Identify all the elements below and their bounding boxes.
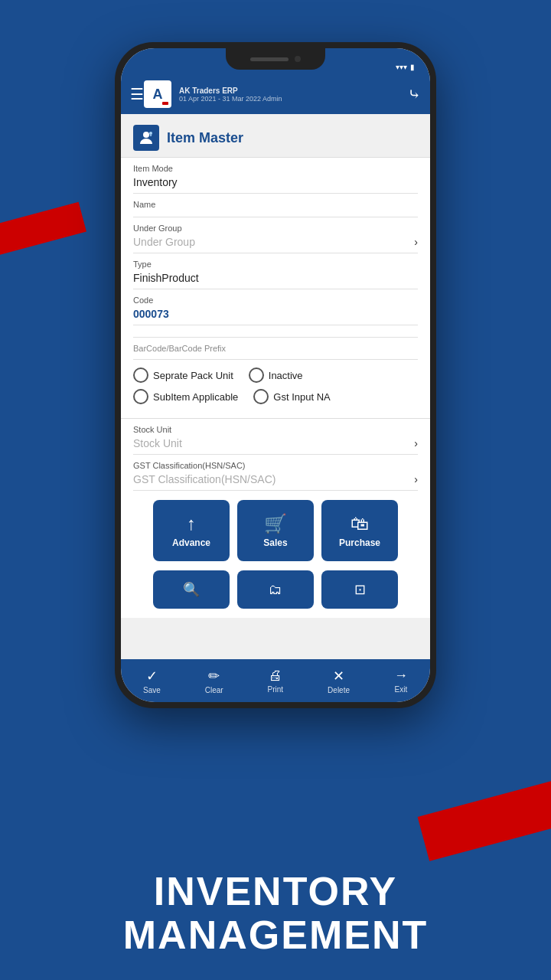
radio-section: Seprate Pack Unit Inactive SubItem Appli… xyxy=(121,360,430,419)
type-field[interactable]: Type FinishProduct xyxy=(133,253,418,289)
advance-button[interactable]: ↑ Advance xyxy=(153,500,230,561)
header-exit-icon[interactable]: ⤷ xyxy=(408,85,421,103)
phone-notch xyxy=(226,48,325,70)
view-action-icon: ⊡ xyxy=(354,581,366,598)
gst-classification-label: GST Classification(HSN/SAC) xyxy=(133,461,418,470)
under-group-dropdown[interactable]: Under Group › xyxy=(133,234,418,250)
sales-icon: 🛒 xyxy=(264,513,287,534)
gst-classification-dropdown[interactable]: GST Classification(HSN/SAC) › xyxy=(133,472,418,487)
delete-button[interactable]: ✕ Delete xyxy=(328,668,350,694)
inactive-radio[interactable]: Inactive xyxy=(249,368,303,383)
page-header: Item Master xyxy=(121,114,430,158)
under-group-label: Under Group xyxy=(133,224,418,233)
form-content: Item Mode Inventory Name Under Group Und… xyxy=(121,158,430,360)
bottom-title-line1: INVENTORY xyxy=(0,870,551,913)
gst-classification-field[interactable]: GST Classification(HSN/SAC) GST Classifi… xyxy=(133,455,418,491)
type-value[interactable]: FinishProduct xyxy=(133,270,418,286)
gst-classification-value[interactable]: GST Classification(HSN/SAC) xyxy=(133,472,276,487)
separate-pack-unit-label: Seprate Pack Unit xyxy=(153,370,233,381)
purchase-icon: 🛍 xyxy=(350,513,369,534)
phone-shell: ▾▾▾ ▮ ☰ A AK Traders ERP 01 Apr 2021 - 3… xyxy=(115,42,436,708)
save-label: Save xyxy=(143,686,161,694)
page-icon xyxy=(133,125,159,151)
under-group-arrow-icon[interactable]: › xyxy=(414,236,418,248)
advance-label: Advance xyxy=(172,537,210,548)
search-action-button[interactable]: 🔍 xyxy=(153,570,230,609)
files-action-button[interactable]: 🗂 xyxy=(237,570,314,609)
bottom-hero-text: INVENTORY MANAGEMENT xyxy=(0,870,551,957)
advance-icon: ↑ xyxy=(187,513,196,534)
view-action-button[interactable]: ⊡ xyxy=(321,570,398,609)
notch-camera xyxy=(295,56,301,62)
name-label: Name xyxy=(133,200,418,209)
bg-stripe-right xyxy=(418,777,551,861)
company-name: AK Traders ERP xyxy=(179,87,408,95)
stock-unit-arrow-icon[interactable]: › xyxy=(414,437,418,449)
exit-button[interactable]: → Exit xyxy=(394,668,408,694)
under-group-field[interactable]: Under Group Under Group › xyxy=(133,217,418,253)
radio-row-2: SubItem Applicable Gst Input NA xyxy=(133,389,418,404)
gst-classification-arrow-icon[interactable]: › xyxy=(414,473,418,485)
item-mode-field: Item Mode Inventory xyxy=(133,158,418,194)
battery-icon: ▮ xyxy=(410,63,415,71)
status-icons: ▾▾▾ ▮ xyxy=(396,63,415,71)
print-icon: 🖨 xyxy=(269,668,282,684)
name-value[interactable] xyxy=(133,211,418,214)
empty-field xyxy=(133,325,418,338)
save-button[interactable]: ✓ Save xyxy=(143,668,161,694)
type-label: Type xyxy=(133,260,418,269)
phone-inner: ▾▾▾ ▮ ☰ A AK Traders ERP 01 Apr 2021 - 3… xyxy=(121,48,430,702)
page-title: Item Master xyxy=(167,130,243,146)
delete-label: Delete xyxy=(328,686,350,694)
wifi-icon: ▾▾▾ xyxy=(396,63,407,71)
menu-icon[interactable]: ☰ xyxy=(130,85,144,103)
svg-point-1 xyxy=(149,132,152,135)
action-buttons-row2: 🔍 🗂 ⊡ xyxy=(121,570,430,618)
bg-stripe-left xyxy=(0,202,86,257)
code-field[interactable]: Code 000073 xyxy=(133,289,418,325)
action-buttons-row1: ↑ Advance 🛒 Sales 🛍 Purchase xyxy=(121,491,430,570)
exit-label: Exit xyxy=(395,685,408,694)
content-area: Item Master Item Mode Inventory Name Und… xyxy=(121,114,430,659)
app-header: ☰ A AK Traders ERP 01 Apr 2021 - 31 Mar … xyxy=(121,74,430,114)
clear-button[interactable]: ✏ Clear xyxy=(205,668,223,694)
print-label: Print xyxy=(268,685,284,694)
purchase-button[interactable]: 🛍 Purchase xyxy=(321,500,398,561)
inactive-circle[interactable] xyxy=(249,368,264,383)
code-value[interactable]: 000073 xyxy=(133,306,418,322)
stock-unit-dropdown[interactable]: Stock Unit › xyxy=(133,436,418,451)
svg-point-0 xyxy=(143,132,149,138)
notch-speaker xyxy=(250,57,289,61)
stock-unit-label: Stock Unit xyxy=(133,425,418,434)
files-action-icon: 🗂 xyxy=(269,582,282,598)
clear-icon: ✏ xyxy=(208,668,220,684)
under-group-value[interactable]: Under Group xyxy=(133,234,195,250)
barcode-field[interactable]: BarCode/BarCode Prefix xyxy=(133,338,418,360)
subitem-applicable-circle[interactable] xyxy=(133,389,148,404)
save-icon: ✓ xyxy=(146,668,158,684)
search-action-icon: 🔍 xyxy=(183,581,200,598)
subitem-applicable-radio[interactable]: SubItem Applicable xyxy=(133,389,238,404)
stock-unit-value[interactable]: Stock Unit xyxy=(133,436,182,451)
print-button[interactable]: 🖨 Print xyxy=(268,668,284,694)
delete-icon: ✕ xyxy=(333,668,344,684)
purchase-label: Purchase xyxy=(339,537,380,548)
app-logo: A xyxy=(144,80,171,108)
item-mode-value[interactable]: Inventory xyxy=(133,175,418,190)
sales-label: Sales xyxy=(263,537,287,548)
bottom-toolbar: ✓ Save ✏ Clear 🖨 Print ✕ Delete → Exit xyxy=(121,659,430,702)
separate-pack-unit-circle[interactable] xyxy=(133,368,148,383)
code-label: Code xyxy=(133,296,418,305)
form-content-2: Stock Unit Stock Unit › GST Classificati… xyxy=(121,419,430,491)
stock-unit-field[interactable]: Stock Unit Stock Unit › xyxy=(133,419,418,455)
name-field[interactable]: Name xyxy=(133,194,418,217)
clear-label: Clear xyxy=(205,686,223,694)
subitem-applicable-label: SubItem Applicable xyxy=(153,391,238,403)
inactive-label: Inactive xyxy=(269,370,303,381)
gst-input-na-circle[interactable] xyxy=(253,389,269,404)
exit-icon: → xyxy=(394,668,408,684)
separate-pack-unit-radio[interactable]: Seprate Pack Unit xyxy=(133,368,233,383)
sales-button[interactable]: 🛒 Sales xyxy=(237,500,314,561)
barcode-value[interactable] xyxy=(133,353,418,356)
gst-input-na-radio[interactable]: Gst Input NA xyxy=(253,389,330,404)
